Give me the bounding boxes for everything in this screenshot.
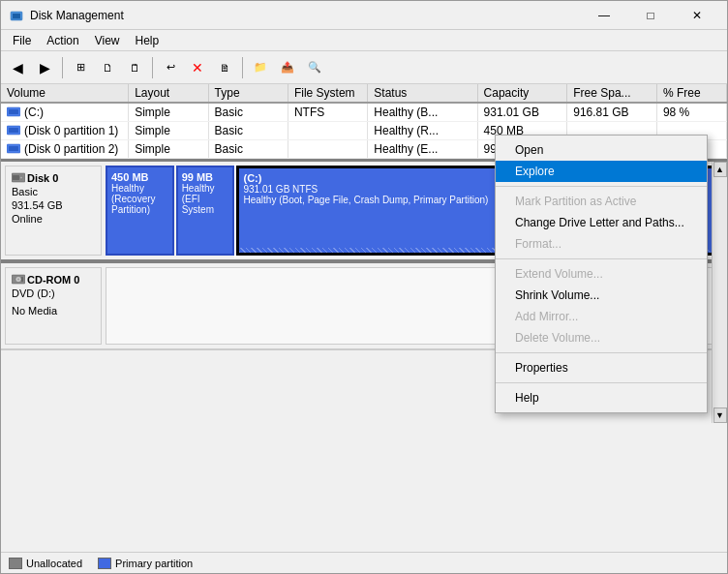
- toolbar-btn-4[interactable]: 🗋: [95, 55, 120, 80]
- menu-bar: File Action View Help: [1, 30, 727, 51]
- cell-type: Basic: [208, 103, 288, 122]
- cdrom-0-status: No Media: [12, 305, 95, 317]
- disk-0-name: Disk 0: [27, 172, 58, 184]
- col-header-type[interactable]: Type: [208, 84, 288, 103]
- context-menu-separator: [496, 258, 707, 259]
- cell-layout: Simple: [129, 122, 208, 140]
- legend-unallocated: Unallocated: [9, 558, 82, 569]
- context-menu-item: Mark Partition as Active: [496, 191, 707, 212]
- menu-file[interactable]: File: [5, 32, 39, 49]
- cell-volume: (Disk 0 partition 1): [1, 122, 129, 140]
- svg-rect-15: [21, 277, 23, 282]
- toolbar-btn-undo[interactable]: ↩: [158, 55, 183, 80]
- legend-unallocated-box: [9, 558, 22, 569]
- toolbar: ◀ ▶ ⊞ 🗋 🗒 ↩ ✕ 🗎 📁 📤 🔍: [1, 51, 727, 84]
- context-menu-item: Add Mirror...: [496, 306, 707, 327]
- disk-0-status: Online: [12, 213, 95, 225]
- table-row[interactable]: (C:) Simple Basic NTFS Healthy (B... 931…: [1, 103, 727, 122]
- col-header-volume[interactable]: Volume: [1, 84, 129, 103]
- scrollbar-up[interactable]: ▲: [713, 162, 727, 177]
- window-controls: — □ ✕: [582, 1, 719, 30]
- back-button[interactable]: ◀: [5, 55, 30, 80]
- partition-efi[interactable]: 99 MB Healthy (EFI System: [176, 166, 235, 256]
- context-menu-item[interactable]: Change Drive Letter and Paths...: [496, 212, 707, 233]
- menu-view[interactable]: View: [87, 32, 128, 49]
- svg-rect-4: [9, 109, 18, 114]
- context-menu-item[interactable]: Help: [496, 387, 707, 408]
- toolbar-separator-1: [62, 57, 63, 78]
- context-menu: OpenExploreMark Partition as ActiveChang…: [495, 135, 708, 413]
- col-header-capacity[interactable]: Capacity: [477, 84, 567, 103]
- close-button[interactable]: ✕: [675, 1, 719, 30]
- disk-icon: [12, 172, 25, 184]
- context-menu-item: Delete Volume...: [496, 327, 707, 348]
- cdrom-icon: [12, 274, 25, 286]
- cell-fs: [288, 122, 367, 140]
- svg-point-14: [17, 279, 19, 281]
- svg-rect-1: [13, 14, 20, 18]
- partition-recovery[interactable]: 450 MB Healthy (Recovery Partition): [106, 166, 174, 256]
- minimize-button[interactable]: —: [582, 1, 626, 30]
- col-header-fs[interactable]: File System: [288, 84, 367, 103]
- cdrom-0-label: CD-ROM 0 DVD (D:) No Media: [5, 267, 102, 345]
- legend-primary-label: Primary partition: [115, 558, 193, 569]
- col-header-freepct[interactable]: % Free: [656, 84, 726, 103]
- cell-layout: Simple: [129, 103, 208, 122]
- toolbar-btn-delete[interactable]: ✕: [185, 55, 210, 80]
- table-header-row: Volume Layout Type File System Status Ca…: [1, 84, 727, 103]
- menu-help[interactable]: Help: [128, 32, 167, 49]
- scrollbar-down[interactable]: ▼: [713, 408, 727, 423]
- col-header-layout[interactable]: Layout: [129, 84, 208, 103]
- partition-recovery-label: Healthy (Recovery Partition): [111, 183, 168, 215]
- maximize-button[interactable]: □: [628, 1, 673, 30]
- context-menu-item[interactable]: Explore: [496, 161, 707, 182]
- menu-action[interactable]: Action: [39, 32, 86, 49]
- window-title: Disk Management: [30, 9, 582, 22]
- toolbar-btn-refresh[interactable]: 🗎: [212, 55, 237, 80]
- toolbar-btn-folder[interactable]: 📁: [248, 55, 273, 80]
- partition-efi-size: 99 MB: [182, 171, 229, 183]
- cell-freespace: 916.81 GB: [567, 103, 657, 122]
- cell-status: Healthy (R...: [368, 122, 477, 140]
- partition-recovery-size: 450 MB: [111, 171, 168, 183]
- cell-type: Basic: [208, 140, 288, 159]
- cell-status: Healthy (B...: [368, 103, 477, 122]
- context-menu-item: Format...: [496, 233, 707, 255]
- context-menu-item[interactable]: Shrink Volume...: [496, 285, 707, 306]
- context-menu-separator: [496, 352, 707, 353]
- scrollbar-vertical[interactable]: ▲ ▼: [712, 162, 727, 423]
- toolbar-btn-find[interactable]: 🔍: [302, 55, 327, 80]
- app-window: Disk Management — □ ✕ File Action View H…: [0, 0, 728, 574]
- svg-point-10: [20, 176, 23, 179]
- col-header-status[interactable]: Status: [368, 84, 477, 103]
- cell-volume: (C:): [1, 103, 129, 122]
- cell-capacity: 931.01 GB: [477, 103, 567, 122]
- cell-volume: (Disk 0 partition 2): [1, 140, 129, 159]
- context-menu-separator: [496, 382, 707, 383]
- legend-unallocated-label: Unallocated: [26, 558, 82, 569]
- context-menu-item[interactable]: Properties: [496, 357, 707, 378]
- svg-rect-11: [13, 175, 19, 180]
- toolbar-btn-export[interactable]: 📤: [275, 55, 300, 80]
- context-menu-item[interactable]: Open: [496, 139, 707, 161]
- forward-button[interactable]: ▶: [32, 55, 57, 80]
- cell-freepct: 98 %: [656, 103, 726, 122]
- context-menu-separator: [496, 186, 707, 187]
- context-menu-item: Extend Volume...: [496, 263, 707, 285]
- toolbar-btn-5[interactable]: 🗒: [122, 55, 147, 80]
- title-bar: Disk Management — □ ✕: [1, 1, 727, 30]
- toolbar-btn-3[interactable]: ⊞: [68, 55, 93, 80]
- cdrom-0-type: DVD (D:): [12, 287, 95, 299]
- app-icon: [9, 8, 24, 23]
- cell-layout: Simple: [129, 140, 208, 159]
- cell-type: Basic: [208, 122, 288, 140]
- partition-efi-label: Healthy (EFI System: [182, 183, 229, 215]
- scrollbar-track: [713, 177, 727, 408]
- cell-fs: NTFS: [288, 103, 367, 122]
- disk-0-label: Disk 0 Basic 931.54 GB Online: [5, 166, 102, 256]
- svg-rect-8: [9, 146, 18, 151]
- toolbar-separator-2: [152, 57, 153, 78]
- col-header-freespace[interactable]: Free Spa...: [567, 84, 657, 103]
- disk-0-size: 931.54 GB: [12, 199, 95, 211]
- legend-primary: Primary partition: [98, 558, 193, 569]
